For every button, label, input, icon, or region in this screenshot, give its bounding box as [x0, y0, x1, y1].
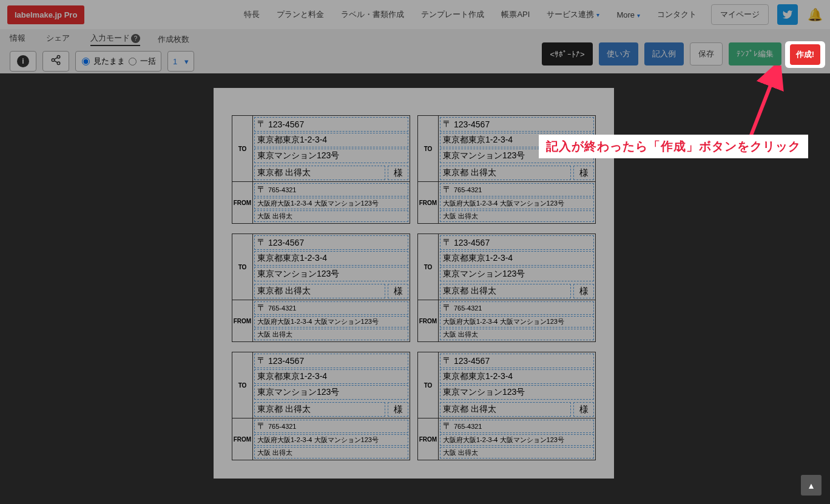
from-label: FROM	[232, 182, 253, 223]
template-edit-button[interactable]: ﾃﾝﾌﾟﾚ編集	[729, 42, 781, 66]
info-icon: i	[17, 55, 29, 67]
pagecount-value: 1	[173, 57, 177, 66]
save-button[interactable]: 保存	[690, 42, 723, 66]
from-name-field[interactable]: 大阪 出得太	[254, 210, 408, 222]
create-button-highlight: 作成!	[785, 41, 825, 68]
nav-api[interactable]: 帳票API	[501, 9, 530, 20]
from-addr-field[interactable]: 大阪府大阪1-2-3-4 大阪マンション123号	[440, 316, 594, 328]
to-name-field[interactable]: 東京都 出得太	[440, 284, 571, 298]
from-name-field[interactable]: 大阪 出得太	[254, 329, 408, 340]
sama-field[interactable]: 様	[573, 284, 594, 298]
to-name-field[interactable]: 東京都 出得太	[254, 166, 385, 180]
from-postal-field[interactable]: 〒765-4321	[254, 183, 408, 197]
from-addr-field[interactable]: 大阪府大阪1-2-3-4 大阪マンション123号	[440, 434, 594, 446]
share-button[interactable]	[42, 51, 69, 72]
support-button[interactable]: <ｻﾎﾟｰﾄ↗>	[542, 42, 592, 66]
to-label: TO	[418, 352, 439, 418]
from-addr-field[interactable]: 大阪府大阪1-2-3-4 大阪マンション123号	[254, 316, 408, 328]
radio-batch[interactable]	[129, 58, 137, 66]
to-postal-field[interactable]: 〒123-4567	[254, 117, 408, 132]
twitter-icon	[782, 9, 793, 20]
label-card: TO 〒123-4567 東京都東京1-2-3-4 東京マンション123号 東京…	[417, 115, 596, 224]
from-name-field[interactable]: 大阪 出得太	[254, 447, 408, 459]
to-postal-field[interactable]: 〒123-4567	[440, 235, 594, 250]
nav-labels[interactable]: ラベル・書類作成	[341, 9, 404, 20]
mypage-button[interactable]: マイページ	[711, 4, 769, 25]
from-postal-field[interactable]: 〒765-4321	[440, 301, 594, 315]
sama-field[interactable]: 様	[388, 284, 408, 298]
top-navbar: labelmake.jp Pro 特長 プランと料金 ラベル・書類作成 テンプレ…	[0, 0, 830, 29]
sama-field[interactable]: 様	[573, 402, 594, 417]
to-postal-field[interactable]: 〒123-4567	[254, 354, 408, 368]
to-addr2-field[interactable]: 東京マンション123号	[254, 385, 408, 400]
from-label: FROM	[418, 418, 439, 460]
to-name-field[interactable]: 東京都 出得太	[440, 166, 571, 180]
chevron-down-icon: ▾	[637, 12, 640, 19]
to-addr2-field[interactable]: 東京マンション123号	[440, 385, 594, 400]
help-icon[interactable]: ?	[131, 34, 140, 43]
nav-more[interactable]: More▾	[616, 10, 640, 19]
to-postal-field[interactable]: 〒123-4567	[440, 354, 594, 368]
to-addr1-field[interactable]: 東京都東京1-2-3-4	[254, 369, 408, 384]
label-card: TO 〒123-4567 東京都東京1-2-3-4 東京マンション123号 東京…	[232, 115, 410, 224]
from-postal-field[interactable]: 〒765-4321	[440, 183, 594, 197]
to-postal-field[interactable]: 〒123-4567	[440, 117, 594, 132]
create-button[interactable]: 作成!	[790, 44, 820, 65]
from-name-field[interactable]: 大阪 出得太	[440, 329, 594, 340]
svg-point-2	[57, 62, 60, 65]
to-addr1-field[interactable]: 東京都東京1-2-3-4	[440, 369, 594, 384]
from-postal-field[interactable]: 〒765-4321	[440, 420, 594, 433]
to-addr1-field[interactable]: 東京都東京1-2-3-4	[440, 251, 594, 266]
label-card: TO 〒123-4567 東京都東京1-2-3-4 東京マンション123号 東京…	[417, 234, 596, 342]
callout-text: 記入が終わったら「作成」ボタンをクリック	[539, 135, 808, 158]
to-name-field[interactable]: 東京都 出得太	[440, 402, 571, 417]
to-addr2-field[interactable]: 東京マンション123号	[254, 267, 408, 281]
nav-pricing[interactable]: プランと料金	[277, 9, 324, 20]
tab-count[interactable]: 作成枚数	[158, 34, 189, 45]
nav-contact[interactable]: コンタクト	[657, 9, 697, 20]
to-label: TO	[418, 234, 439, 300]
tab-share[interactable]: シェア	[46, 33, 70, 46]
info-button[interactable]: i	[10, 51, 36, 72]
to-addr1-field[interactable]: 東京都東京1-2-3-4	[254, 133, 408, 147]
from-name-field[interactable]: 大阪 出得太	[440, 447, 594, 459]
to-addr1-field[interactable]: 東京都東京1-2-3-4	[254, 251, 408, 266]
from-addr-field[interactable]: 大阪府大阪1-2-3-4 大阪マンション123号	[440, 198, 594, 209]
from-addr-field[interactable]: 大阪府大阪1-2-3-4 大阪マンション123号	[254, 434, 408, 446]
bell-icon[interactable]: 🔔	[808, 7, 823, 22]
to-name-field[interactable]: 東京都 出得太	[254, 402, 385, 417]
from-postal-field[interactable]: 〒765-4321	[254, 301, 408, 315]
from-name-field[interactable]: 大阪 出得太	[440, 210, 594, 222]
howto-button[interactable]: 使い方	[599, 42, 638, 66]
from-addr-field[interactable]: 大阪府大阪1-2-3-4 大阪マンション123号	[254, 198, 408, 209]
to-addr2-field[interactable]: 東京マンション123号	[440, 267, 594, 281]
sama-field[interactable]: 様	[388, 402, 408, 417]
to-label: TO	[232, 352, 253, 418]
nav-services[interactable]: サービス連携▾	[547, 9, 599, 20]
from-postal-field[interactable]: 〒765-4321	[254, 420, 408, 433]
svg-line-6	[750, 73, 775, 138]
scroll-top-button[interactable]: ▴	[801, 475, 822, 496]
label-card: TO 〒123-4567 東京都東京1-2-3-4 東京マンション123号 東京…	[232, 234, 410, 342]
svg-point-0	[57, 56, 60, 59]
sama-field[interactable]: 様	[573, 166, 594, 180]
from-label: FROM	[418, 182, 439, 223]
input-mode-radio[interactable]: 見たまま 一括	[75, 51, 161, 72]
to-postal-field[interactable]: 〒123-4567	[254, 235, 408, 250]
tab-info[interactable]: 情報	[10, 33, 25, 46]
toolbar: 情報 シェア 入力モード? i 見たまま 一括 1▾ 作成枚数 <ｻﾎﾟｰﾄ↗>…	[0, 29, 830, 73]
sama-field[interactable]: 様	[388, 166, 408, 180]
tab-inputmode[interactable]: 入力モード?	[90, 33, 140, 46]
twitter-button[interactable]	[777, 4, 798, 25]
to-addr2-field[interactable]: 東京マンション123号	[254, 149, 408, 163]
nav-templates[interactable]: テンプレート作成	[421, 9, 484, 20]
radio-preview-label: 見たまま	[93, 56, 125, 67]
nav-features[interactable]: 特長	[244, 9, 260, 20]
svg-line-4	[54, 61, 57, 62]
svg-point-1	[52, 59, 55, 62]
to-name-field[interactable]: 東京都 出得太	[254, 284, 385, 298]
example-button[interactable]: 記入例	[644, 42, 684, 66]
logo[interactable]: labelmake.jp Pro	[7, 5, 84, 24]
radio-preview[interactable]	[82, 58, 90, 66]
pagecount-select[interactable]: 1▾	[167, 51, 194, 72]
